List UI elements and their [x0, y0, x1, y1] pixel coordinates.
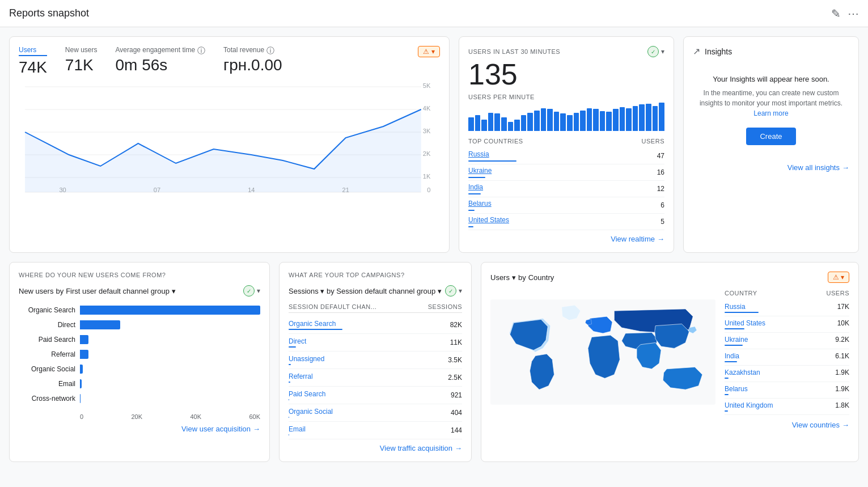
session-name[interactable]: Referral: [289, 372, 313, 383]
avg-engagement-metric: Average engagement time ⓘ 0m 56s: [116, 46, 206, 74]
geo-country-name[interactable]: United Kingdom: [725, 401, 773, 412]
campaigns-section-label: WHAT ARE YOUR TOP CAMPAIGNS?: [289, 272, 462, 278]
line-chart-svg: 5K 4K 3K 2K 1K 0: [19, 81, 440, 194]
geo-country-value: 9.2K: [835, 336, 849, 346]
realtime-dropdown-arrow[interactable]: ▾: [661, 48, 664, 56]
hbar-row: Organic Social: [19, 365, 260, 374]
per-minute-label: USERS PER MINUTE: [468, 94, 664, 100]
session-value: 921: [451, 391, 462, 399]
svg-text:14: 14: [248, 187, 255, 193]
mini-bar: [587, 108, 592, 131]
insights-desc: In the meantime, you can create new cust…: [697, 88, 845, 118]
mini-bar: [633, 106, 638, 131]
mini-bar: [646, 104, 651, 131]
users-value: 74K: [19, 58, 47, 77]
view-acq-arrow: →: [253, 425, 260, 433]
metrics-row: Users 74K New users 71K Average engageme…: [19, 46, 440, 77]
users-col-label: USERS: [642, 138, 664, 145]
hbar-track: [80, 365, 260, 374]
countries-table: TOP COUNTRIES USERS Russia 47 Ukraine 16…: [468, 138, 664, 230]
geo-metric-arrow: ▾: [512, 273, 516, 282]
geo-country-name[interactable]: India: [725, 352, 739, 362]
main-content: Users 74K New users 71K Average engageme…: [0, 27, 868, 471]
geo-country-bar: [725, 328, 744, 329]
hbar-track: [80, 379, 260, 388]
mini-bar: [639, 104, 645, 131]
insights-icon: ↗: [693, 46, 700, 57]
country-bar: [468, 193, 481, 194]
country-name[interactable]: Belarus: [468, 200, 492, 211]
create-button[interactable]: Create: [746, 128, 795, 145]
geo-country-name[interactable]: Russia: [725, 303, 759, 313]
session-bar: [289, 364, 291, 365]
geo-country-name[interactable]: Ukraine: [725, 336, 748, 346]
realtime-count: 135: [468, 60, 664, 89]
session-row: Referral 2.5K: [289, 369, 462, 387]
acq-dropdown-arr[interactable]: ▾: [257, 287, 260, 295]
campaigns-dropdown[interactable]: Sessions ▾ by Session default channel gr…: [289, 287, 442, 295]
geo-country-name[interactable]: United States: [725, 319, 765, 329]
geo-dropdown[interactable]: Users ▾ by Country: [490, 273, 554, 282]
geo-country-name[interactable]: Kazakhstan: [725, 369, 760, 379]
session-name[interactable]: Organic Social: [289, 408, 333, 418]
camp-dropdown-arr[interactable]: ▾: [459, 287, 462, 295]
countries-header: TOP COUNTRIES USERS: [468, 138, 664, 145]
geo-country-row: India 6.1K: [725, 349, 849, 366]
header-actions: ✎ ⋯: [831, 7, 859, 20]
geo-country-value: 6.1K: [835, 352, 849, 362]
camp-check-badge[interactable]: ✓: [445, 285, 456, 297]
session-value: 3.5K: [448, 356, 462, 364]
view-user-acquisition-link[interactable]: View user acquisition →: [19, 425, 260, 433]
info-icon-revenue: ⓘ: [266, 46, 274, 56]
session-name[interactable]: Unassigned: [289, 355, 324, 365]
session-name[interactable]: Direct: [289, 337, 306, 348]
view-realtime-link[interactable]: View realtime →: [468, 235, 664, 243]
mini-bar: [580, 111, 586, 131]
country-name[interactable]: Ukraine: [468, 167, 492, 178]
acq-check-badge[interactable]: ✓: [243, 285, 255, 297]
view-all-arrow: →: [842, 163, 849, 172]
mini-bar: [488, 113, 494, 131]
mini-bar: [600, 111, 606, 131]
hbar-fill: [80, 335, 88, 344]
svg-text:3K: 3K: [423, 128, 431, 134]
geo-country-row: Belarus 1.9K: [725, 382, 849, 399]
hbar-track: [80, 350, 260, 359]
country-name[interactable]: India: [468, 183, 483, 194]
geo-country-bar: [725, 378, 729, 379]
view-countries-arrow: →: [842, 421, 849, 429]
realtime-check-badge[interactable]: ✓: [647, 46, 659, 57]
warning-badge[interactable]: ⚠ ▾: [418, 46, 440, 57]
view-countries-link[interactable]: View countries →: [490, 421, 849, 429]
country-value: 47: [657, 152, 664, 160]
geo-country-bar: [725, 394, 729, 395]
hbar-label: Organic Social: [19, 365, 75, 373]
learn-more-link[interactable]: Learn more: [753, 109, 788, 117]
geo-country-name[interactable]: Belarus: [725, 385, 748, 395]
view-traffic-link[interactable]: View traffic acquisition →: [289, 444, 462, 452]
session-name[interactable]: Paid Search: [289, 390, 325, 400]
geo-col-users: USERS: [827, 290, 849, 297]
hbar-label: Organic Search: [19, 306, 75, 314]
realtime-card: USERS IN LAST 30 MINUTES ✓ ▾ 135 USERS P…: [459, 36, 674, 253]
avg-engagement-label: Average engagement time: [116, 46, 196, 54]
mini-bar: [606, 112, 612, 131]
view-all-insights-link[interactable]: View all insights →: [693, 163, 849, 172]
country-name[interactable]: Russia: [468, 150, 516, 162]
per-minute-bars: [468, 103, 664, 131]
geo-warning-badge[interactable]: ⚠ ▾: [828, 272, 849, 283]
session-name[interactable]: Email: [289, 425, 306, 435]
geo-country-value: 1.9K: [835, 369, 849, 379]
session-name[interactable]: Organic Search: [289, 320, 342, 330]
acquisition-dropdown[interactable]: New users by First user default channel …: [19, 287, 176, 295]
geo-country-bar: [725, 410, 728, 412]
hbar-label: Email: [19, 380, 75, 388]
svg-text:5K: 5K: [423, 83, 431, 89]
edit-icon[interactable]: ✎: [831, 7, 841, 20]
session-value: 404: [451, 409, 462, 417]
geo-card: Users ▾ by Country ⚠ ▾: [481, 262, 859, 462]
share-icon[interactable]: ⋯: [848, 7, 859, 20]
users-label: Users: [19, 46, 47, 56]
country-name[interactable]: United States: [468, 216, 509, 227]
insights-title: Insights: [705, 47, 732, 56]
